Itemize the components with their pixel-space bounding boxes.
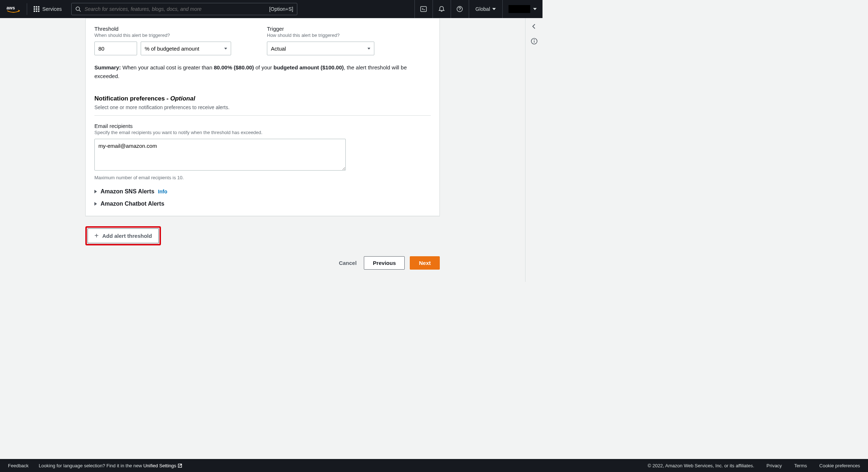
notifications-button[interactable] [433,0,451,18]
search-shortcut: [Option+S] [269,6,293,12]
search-icon [75,6,81,12]
account-name-redacted [509,5,530,13]
services-label: Services [42,6,62,12]
search-input[interactable] [85,6,265,12]
region-selector[interactable]: Global [469,0,502,18]
plus-icon: + [94,232,99,240]
divider [94,115,431,116]
email-desc: Specify the email recipients you want to… [94,130,431,135]
trigger-desc: How should this alert be triggered? [267,33,431,38]
sns-alerts-expander[interactable]: Amazon SNS Alerts Info [94,188,431,195]
collapse-panel-button[interactable] [531,23,537,31]
threshold-input[interactable] [94,42,137,55]
chatbot-alerts-expander[interactable]: Amazon Chatbot Alerts [94,201,431,207]
chatbot-title: Amazon Chatbot Alerts [101,201,164,207]
below-card-area: + Add alert threshold Cancel Previous Ne… [85,226,440,270]
wizard-buttons: Cancel Previous Next [85,256,440,270]
services-menu[interactable]: Services [27,6,68,12]
threshold-unit-select[interactable]: % of budgeted amount [141,42,231,55]
triangle-right-icon [94,202,97,206]
email-recipients-input[interactable] [94,139,346,171]
aws-logo[interactable]: aws [7,5,20,13]
account-menu[interactable] [502,0,542,18]
threshold-label: Threshold [94,26,258,32]
email-label: Email recipients [94,123,431,129]
search-container[interactable]: [Option+S] [71,3,297,15]
summary-text: Summary: When your actual cost is greate… [94,63,431,81]
caret-down-icon [224,48,227,50]
add-alert-label: Add alert threshold [102,233,152,239]
threshold-desc: When should this alert be triggered? [94,33,258,38]
previous-button[interactable]: Previous [364,256,405,270]
top-navigation: aws Services [Option+S] Global [0,0,542,18]
threshold-unit-value: % of budgeted amount [145,46,199,52]
help-button[interactable] [451,0,469,18]
trigger-label: Trigger [267,26,431,32]
side-rail [525,18,542,282]
notification-header: Notification preferences - Optional [94,95,431,102]
info-panel-button[interactable] [531,38,538,46]
svg-line-2 [79,10,81,12]
region-label: Global [476,6,490,12]
caret-down-icon [492,8,496,10]
sns-title: Amazon SNS Alerts [101,188,154,195]
triangle-right-icon [94,190,97,193]
help-icon [456,6,463,12]
alert-config-card: Threshold When should this alert be trig… [85,18,440,216]
cloudshell-icon [420,6,427,12]
trigger-value: Actual [271,46,286,52]
caret-down-icon [533,8,537,10]
caret-down-icon [367,48,370,50]
email-hint: Maximum number of email recipients is 10… [94,175,431,180]
svg-text:aws: aws [7,5,15,10]
main-canvas: Threshold When should this alert be trig… [0,18,542,282]
cancel-button[interactable]: Cancel [337,256,359,270]
bell-icon [438,6,445,12]
trigger-select[interactable]: Actual [267,42,374,55]
add-alert-highlight: + Add alert threshold [85,226,161,245]
chevron-left-icon [531,23,537,30]
sns-info-link[interactable]: Info [158,189,167,194]
info-icon [531,38,538,45]
add-alert-threshold-button[interactable]: + Add alert threshold [88,228,159,243]
svg-point-7 [534,40,534,40]
grid-icon [34,6,39,12]
notification-sub: Select one or more notification preferen… [94,104,431,110]
next-button[interactable]: Next [410,256,440,270]
svg-point-1 [76,7,80,10]
cloudshell-button[interactable] [414,0,433,18]
